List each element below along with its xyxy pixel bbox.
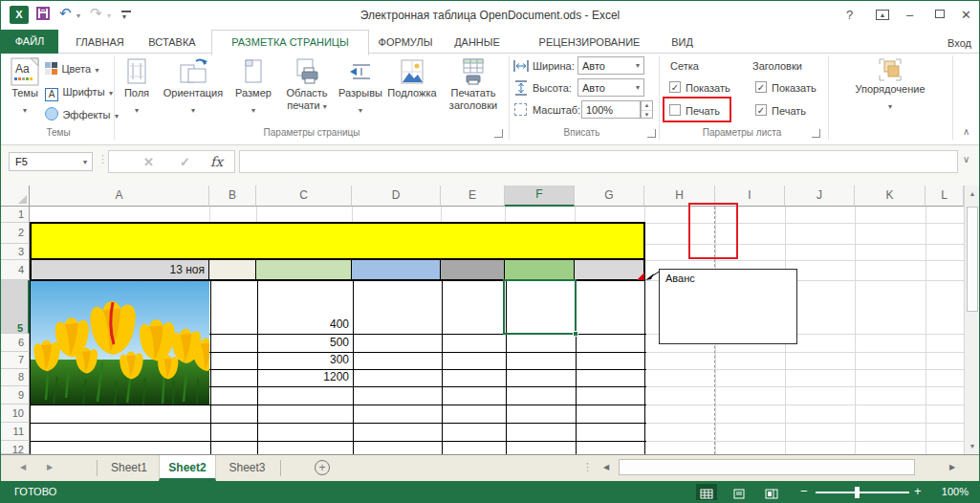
name-box-caret-icon[interactable]: ▾: [83, 159, 87, 166]
tab-formulas[interactable]: ФОРМУЛЫ: [372, 31, 439, 54]
new-sheet-button[interactable]: +: [315, 460, 330, 475]
row-header-4[interactable]: 4: [1, 260, 30, 280]
margins-button[interactable]: Поля ▾: [118, 55, 156, 143]
row-header-10[interactable]: 10: [1, 405, 30, 423]
scroll-down-icon[interactable]: ▼: [965, 443, 980, 449]
formula-input[interactable]: [239, 150, 958, 173]
cancel-entry-icon[interactable]: ✕: [143, 155, 154, 169]
vertical-scrollbar-thumb[interactable]: [967, 207, 978, 312]
gridlines-show-label[interactable]: Показать: [686, 82, 730, 94]
view-normal-button[interactable]: [696, 484, 717, 500]
view-page-layout-button[interactable]: [729, 484, 750, 500]
close-button[interactable]: ✕: [961, 8, 971, 22]
scale-input[interactable]: 100%: [581, 100, 641, 119]
theme-colors-button[interactable]: Цвета ▾: [45, 59, 99, 77]
column-header-J[interactable]: J: [785, 186, 855, 207]
headings-print-checkbox[interactable]: ✓: [755, 104, 767, 116]
gridlines-show-checkbox[interactable]: ✓: [669, 81, 681, 93]
tab-data[interactable]: ДАННЫЕ: [444, 31, 511, 54]
background-label: Подложка: [385, 87, 439, 99]
zoom-in-icon[interactable]: +: [914, 484, 922, 498]
column-header-A[interactable]: A: [30, 186, 209, 207]
fill-handle[interactable]: [573, 331, 578, 337]
sheet-options-dialog-launcher[interactable]: [812, 129, 820, 138]
sheet-nav-right-icon[interactable]: ▶: [47, 463, 53, 471]
selected-cell-F5[interactable]: [503, 279, 577, 335]
tab-home[interactable]: ГЛАВНАЯ: [65, 31, 135, 54]
row-header-9[interactable]: 9: [1, 386, 30, 405]
column-header-C[interactable]: C: [256, 186, 352, 207]
formula-bar-grip-icon[interactable]: ⋮: [98, 153, 108, 165]
headings-print-label[interactable]: Печать: [772, 105, 806, 117]
scale-spinner[interactable]: ▲ ▼: [641, 100, 653, 119]
theme-effects-button[interactable]: Эффекты ▾: [45, 105, 119, 122]
sheet-tab-sheet1[interactable]: Sheet1: [99, 455, 159, 481]
width-select[interactable]: Авто ▾: [577, 56, 644, 75]
tab-file[interactable]: ФАЙЛ: [1, 30, 58, 54]
cell-C7[interactable]: 300: [256, 353, 349, 367]
row-header-2[interactable]: 2: [1, 223, 30, 244]
column-header-L[interactable]: L: [926, 186, 964, 207]
headings-show-label[interactable]: Показать: [772, 82, 817, 94]
cell-C5[interactable]: 400: [256, 317, 349, 332]
theme-fonts-label: Шрифты: [62, 86, 104, 98]
zoom-level[interactable]: 100%: [928, 486, 969, 497]
horizontal-scrollbar-thumb[interactable]: [619, 459, 915, 475]
help-icon[interactable]: ?: [846, 8, 853, 22]
select-all-corner[interactable]: [1, 186, 30, 207]
hscroll-right-icon[interactable]: ▶: [949, 463, 955, 471]
row-header-3[interactable]: 3: [1, 244, 30, 260]
tab-review[interactable]: РЕЦЕНЗИРОВАНИЕ: [530, 31, 649, 54]
sheet-tab-sheet3[interactable]: Sheet3: [216, 455, 278, 481]
name-box[interactable]: F5 ▾: [9, 152, 93, 171]
height-select[interactable]: Авто ▾: [577, 78, 644, 97]
size-caret-icon: ▾: [251, 107, 255, 115]
column-header-K[interactable]: K: [855, 186, 926, 207]
row-header-12[interactable]: 12: [1, 441, 30, 454]
collapse-ribbon-icon[interactable]: ∧: [963, 126, 969, 137]
scroll-up-icon[interactable]: ▲: [965, 190, 980, 197]
hscroll-left-icon[interactable]: ◀: [603, 463, 609, 471]
tab-view[interactable]: ВИД: [661, 31, 704, 54]
column-header-F[interactable]: F: [505, 186, 575, 207]
highlighted-yellow-range[interactable]: [30, 222, 645, 260]
comment-box[interactable]: Аванс: [659, 269, 797, 344]
view-page-break-button[interactable]: [761, 484, 782, 500]
zoom-slider-track[interactable]: [816, 492, 909, 493]
theme-fonts-button[interactable]: A Шрифты ▾: [45, 82, 113, 99]
breaks-label: Разрывы: [337, 87, 384, 99]
row-header-1[interactable]: 1: [1, 207, 30, 223]
expand-formula-bar-icon[interactable]: ∨: [963, 154, 969, 164]
page-setup-dialog-launcher[interactable]: [494, 129, 503, 138]
zoom-out-icon[interactable]: −: [800, 484, 808, 498]
maximize-button[interactable]: [935, 10, 945, 18]
fit-dialog-launcher[interactable]: [647, 129, 656, 138]
column-header-B[interactable]: B: [209, 186, 256, 207]
tab-page-layout[interactable]: РАЗМЕТКА СТРАНИЦЫ: [211, 30, 369, 55]
sheet-nav-left-icon[interactable]: ◀: [20, 463, 26, 471]
tulips-image[interactable]: [31, 281, 209, 405]
row-header-8[interactable]: 8: [1, 369, 30, 386]
cell-C8[interactable]: 1200: [256, 370, 349, 384]
ribbon-display-options-icon[interactable]: ▲: [876, 10, 889, 20]
column-header-D[interactable]: D: [352, 186, 441, 207]
sheet-tab-sheet2[interactable]: Sheet2: [159, 455, 216, 481]
row-header-6[interactable]: 6: [1, 334, 30, 352]
zoom-slider-handle[interactable]: [855, 487, 860, 498]
insert-function-icon[interactable]: fx: [210, 154, 223, 169]
minimize-button[interactable]: –: [906, 8, 913, 22]
cell-C6[interactable]: 500: [256, 336, 349, 350]
headings-show-checkbox[interactable]: ✓: [755, 81, 767, 93]
row-header-11[interactable]: 11: [1, 423, 30, 441]
column-header-E[interactable]: E: [441, 186, 505, 207]
sign-in-link[interactable]: Вход: [947, 37, 971, 49]
confirm-entry-icon[interactable]: ✓: [180, 155, 190, 169]
column-header-G[interactable]: G: [575, 186, 644, 207]
row-header-7[interactable]: 7: [1, 352, 30, 369]
sheetbar-grip-icon[interactable]: ⋮: [582, 461, 593, 473]
row-header-5[interactable]: 5: [1, 280, 30, 334]
select-all-triangle-icon: [18, 195, 27, 204]
arrange-button[interactable]: Упорядочение ▾: [842, 55, 938, 143]
vertical-scrollbar[interactable]: ▲ ▼: [964, 186, 980, 454]
tab-insert[interactable]: ВСТАВКА: [140, 31, 205, 54]
